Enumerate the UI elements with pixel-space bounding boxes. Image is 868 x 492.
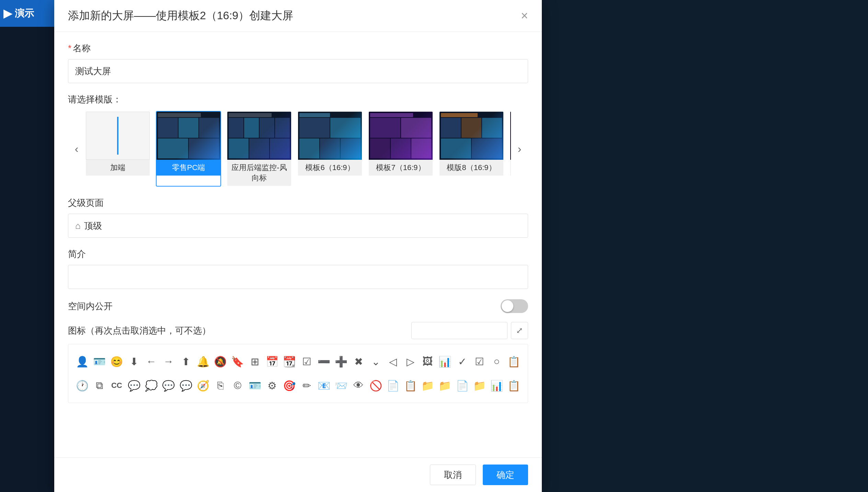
icon-card[interactable]: 🪪 — [92, 351, 106, 372]
thumb-row-t6-1 — [299, 118, 361, 138]
parent-field[interactable]: ⌂ 顶级 — [68, 214, 528, 238]
icon-file-data[interactable]: 📊 — [490, 375, 504, 396]
thumb-row-mini-3 — [229, 118, 290, 138]
description-input[interactable] — [68, 265, 528, 289]
template-thumb-blank — [86, 112, 150, 160]
thumb-overlay-retail — [157, 112, 220, 160]
icon-email[interactable]: 📧 — [317, 375, 331, 396]
name-label-text: 名称 — [73, 42, 91, 54]
icon-clipboard[interactable]: 📋 — [507, 351, 521, 372]
thumb-row-mini-4 — [229, 138, 290, 158]
icon-chevron-right[interactable]: ▷ — [403, 351, 417, 372]
icon-minus[interactable]: ➖ — [317, 351, 331, 372]
icon-file-pdf[interactable]: 📋 — [507, 375, 521, 396]
icon-search-input[interactable] — [411, 322, 507, 339]
thumb-col-2 — [179, 118, 198, 138]
template-item-retail[interactable]: 零售PC端 — [156, 111, 221, 187]
icon-plus[interactable]: ➕ — [334, 351, 348, 372]
thumb-line1 — [158, 113, 201, 117]
thumb-col-t6-5 — [341, 138, 361, 158]
sidebar-header: ▶ 演示 — [0, 0, 55, 27]
template-item-t6[interactable]: 模板6（16:9） — [297, 111, 363, 187]
icon-download[interactable]: ⬇ — [127, 351, 141, 372]
icon-chat2[interactable]: 💬 — [162, 375, 175, 396]
icon-checkbox2[interactable]: ☑ — [472, 351, 486, 372]
thumb-col-4 — [158, 138, 188, 158]
icon-folder2[interactable]: 📁 — [438, 375, 452, 396]
icon-copyright[interactable]: © — [231, 375, 244, 396]
public-toggle[interactable] — [501, 299, 528, 313]
icon-file-code[interactable]: 📁 — [472, 375, 486, 396]
thumb-col-8 — [260, 118, 274, 138]
icon-circle[interactable]: ○ — [490, 351, 504, 372]
thumb-row-mini-2 — [158, 138, 219, 158]
icon-person[interactable]: 👤 — [75, 351, 89, 372]
icon-chevron-down[interactable]: ⌄ — [369, 351, 382, 372]
carousel-prev-button[interactable]: ‹ — [68, 114, 85, 183]
icon-check[interactable]: ✓ — [455, 351, 469, 372]
template-name-t7: 模板7（16:9） — [369, 160, 433, 176]
icon-face[interactable]: 😊 — [110, 351, 124, 372]
template-thumb-t6 — [298, 112, 362, 160]
icon-chevron-left[interactable]: ◁ — [386, 351, 400, 372]
cancel-button[interactable]: 取消 — [430, 465, 476, 485]
icon-grid-view[interactable]: ⊞ — [248, 351, 262, 372]
confirm-button[interactable]: 确定 — [483, 465, 528, 485]
icon-expand-button[interactable]: ⤢ — [511, 322, 528, 339]
icon-bookmark[interactable]: 🔖 — [231, 351, 244, 372]
icon-left-arrow[interactable]: ← — [144, 351, 158, 372]
icon-right-arrow[interactable]: → — [162, 351, 175, 372]
icon-chat3[interactable]: 💬 — [179, 375, 193, 396]
icon-upload[interactable]: ⬆ — [179, 351, 193, 372]
icon-badge[interactable]: 🪪 — [248, 375, 262, 396]
icon-eye[interactable]: 👁 — [352, 375, 365, 396]
icon-image[interactable]: 🖼 — [421, 351, 434, 372]
icon-file-text[interactable]: 📄 — [455, 375, 469, 396]
template-name-blank: 加端 — [86, 160, 150, 176]
template-name-retail: 零售PC端 — [157, 160, 220, 176]
icon-copy[interactable]: ⧉ — [92, 375, 106, 396]
icon-times[interactable]: ✖ — [352, 351, 365, 372]
icon-chat-bubble[interactable]: 💬 — [127, 375, 141, 396]
close-button[interactable]: × — [521, 10, 528, 22]
icon-eye-slash[interactable]: 🚫 — [369, 375, 382, 396]
icon-bell-off[interactable]: 🔕 — [214, 351, 227, 372]
template-name-t8: 模版8（16:9） — [439, 160, 503, 176]
template-thumb-monitor — [227, 112, 291, 160]
icon-speech-bubble[interactable]: 💭 — [144, 375, 158, 396]
thumb-col-t8-5 — [472, 138, 502, 158]
icon-gear[interactable]: ⚙ — [265, 375, 279, 396]
icon-folder[interactable]: 📁 — [421, 375, 434, 396]
icon-file[interactable]: 📄 — [386, 375, 400, 396]
icon-edit[interactable]: ✏ — [300, 375, 313, 396]
icon-cc[interactable]: CC — [110, 375, 124, 396]
icon-bell[interactable]: 🔔 — [196, 351, 210, 372]
sidebar: ▶ 演示 — [0, 0, 55, 492]
name-input[interactable] — [68, 59, 528, 83]
public-toggle-row: 空间内公开 — [68, 299, 528, 313]
icon-chart[interactable]: 📊 — [438, 351, 452, 372]
icon-calendar2[interactable]: 📆 — [283, 351, 296, 372]
icon-label: 图标（再次点击取消选中，可不选） — [68, 325, 211, 337]
template-section: 请选择模版： ‹ 加端 — [68, 93, 528, 187]
icon-checkbox-checked[interactable]: ☑ — [300, 351, 313, 372]
icon-target[interactable]: 🎯 — [283, 375, 296, 396]
icon-clock[interactable]: 🕐 — [75, 375, 89, 396]
thumb-col-t8-3 — [482, 118, 502, 138]
template-item-blank[interactable]: 加端 — [85, 111, 150, 187]
icon-compass[interactable]: 🧭 — [196, 375, 210, 396]
template-item-t8[interactable]: 模版8（16:9） — [439, 111, 504, 187]
template-item-monitor[interactable]: 应用后端监控-风向标 — [227, 111, 292, 187]
carousel-next-button[interactable]: › — [511, 114, 528, 183]
template-thumb-t7 — [369, 112, 433, 160]
icon-duplicate[interactable]: ⎘ — [214, 375, 227, 396]
template-item-t7[interactable]: 模板7（16:9） — [368, 111, 433, 187]
icon-mail-send[interactable]: 📨 — [334, 375, 348, 396]
thumb-col-9 — [275, 118, 290, 138]
thumb-col-t6-4 — [320, 138, 340, 158]
icon-calendar1[interactable]: 📅 — [265, 351, 279, 372]
icon-file2[interactable]: 📋 — [403, 375, 417, 396]
thumb-col-10 — [229, 138, 249, 158]
required-star: * — [68, 43, 71, 54]
icon-search-box: ⤢ — [411, 322, 528, 339]
